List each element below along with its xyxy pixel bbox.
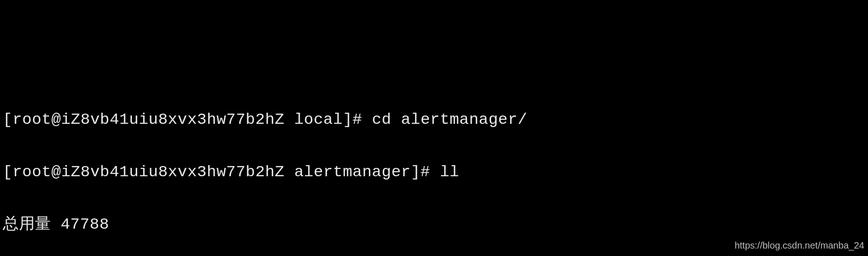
terminal-line: [root@iZ8vb41uiu8xvx3hw77b2hZ alertmanag… <box>3 159 865 185</box>
command-text: ll <box>440 163 460 181</box>
terminal-line: [root@iZ8vb41uiu8xvx3hw77b2hZ local]# cd… <box>3 107 865 133</box>
command-text: cd alertmanager/ <box>372 111 527 128</box>
prompt: [root@iZ8vb41uiu8xvx3hw77b2hZ local]# <box>3 111 372 128</box>
total-line: 总用量 47788 <box>3 211 865 237</box>
watermark-text: https://blog.csdn.net/manba_24 <box>735 238 864 253</box>
prompt: [root@iZ8vb41uiu8xvx3hw77b2hZ alertmanag… <box>3 163 440 181</box>
